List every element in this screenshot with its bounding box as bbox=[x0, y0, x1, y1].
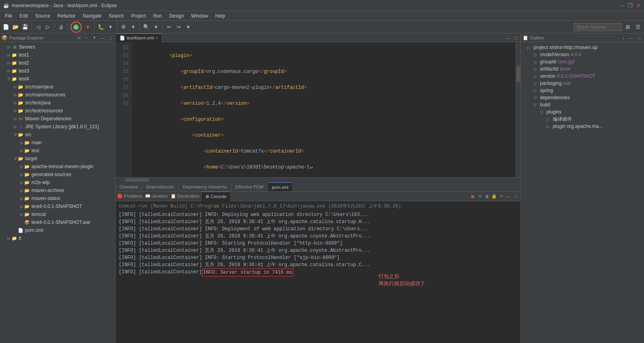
tree-item-tomcat[interactable]: ▷ 📂 tomcat bbox=[0, 210, 115, 218]
outline-item-artifactId[interactable]: ◇ artifactId test4 bbox=[521, 65, 644, 73]
outline-item-packaging[interactable]: ◇ packaging war bbox=[521, 80, 644, 87]
toggle-tt[interactable]: ▷ bbox=[6, 236, 11, 241]
toggle-maven-status[interactable]: ▷ bbox=[19, 196, 24, 201]
ext-tools-btn[interactable]: ⚙ bbox=[119, 23, 128, 31]
outline-item-dependencies[interactable]: ▽ dependencies bbox=[521, 94, 644, 101]
tree-item-src[interactable]: ▽ 📂 src bbox=[0, 131, 115, 139]
outline-item-compiler[interactable]: ▷ 编译插件 bbox=[521, 116, 644, 123]
outline-sort-btn[interactable]: ↕ bbox=[620, 35, 626, 41]
toggle-jre[interactable]: ▷ bbox=[13, 124, 18, 129]
toggle-src[interactable]: ▽ bbox=[13, 132, 18, 137]
open-perspective-btn[interactable]: ⊞ bbox=[623, 23, 632, 31]
editor-tab-close[interactable]: × bbox=[155, 36, 158, 40]
outline-item-groupId[interactable]: ◇ groupId com.gyf bbox=[521, 58, 644, 65]
tree-item-jre[interactable]: ▷ J JRE System Library [jdk1.8.0_131] bbox=[0, 123, 115, 131]
open-btn[interactable]: 📂 bbox=[11, 23, 20, 31]
menu-project[interactable]: Project bbox=[128, 12, 149, 20]
forward-btn[interactable]: ↪ bbox=[174, 23, 183, 31]
outline-min-btn[interactable]: — bbox=[628, 35, 634, 41]
tree-item-src-test-java[interactable]: ▷ 📂 src/test/java bbox=[0, 99, 115, 107]
ext-tools-dropdown-btn[interactable]: ▾ bbox=[129, 23, 137, 31]
terminate-btn[interactable]: ■ bbox=[469, 193, 476, 200]
tree-item-src-main-resources[interactable]: ▷ 📂 src/main/resources bbox=[0, 91, 115, 99]
tree-item-test[interactable]: ▷ 📂 test bbox=[0, 147, 115, 155]
toggle-src-main-resources[interactable]: ▷ bbox=[13, 92, 18, 97]
history-btn[interactable]: ↩ bbox=[165, 23, 173, 31]
outline-item-spring[interactable]: ▷ spring bbox=[521, 87, 644, 94]
debug-btn[interactable]: 🐛 bbox=[96, 23, 105, 31]
menu-refactor[interactable]: Refactor bbox=[54, 12, 79, 20]
toggle-test1[interactable]: ▷ bbox=[6, 53, 11, 57]
print-btn[interactable]: 🖨 bbox=[57, 23, 65, 31]
toggle-apache-tomcat[interactable]: ▷ bbox=[19, 164, 24, 169]
tab-overview[interactable]: Overview bbox=[116, 182, 142, 191]
toggle-src-test-res[interactable]: ▷ bbox=[13, 108, 18, 113]
toggle-m2e[interactable]: ▷ bbox=[19, 180, 24, 185]
console-max-btn[interactable]: □ bbox=[512, 193, 519, 200]
toggle-test4-snapshot[interactable]: ▷ bbox=[19, 204, 24, 209]
console-min-btn[interactable]: — bbox=[505, 193, 512, 200]
quick-access-input[interactable] bbox=[574, 23, 622, 31]
menu-search[interactable]: Search bbox=[106, 12, 127, 20]
tree-item-main[interactable]: ▷ 📂 main bbox=[0, 139, 115, 147]
toggle-gen-sources[interactable]: ▷ bbox=[19, 172, 24, 177]
tab-pom-xml[interactable]: pom.xml bbox=[268, 182, 293, 191]
tree-item-test2[interactable]: ▷ 📁 test2 bbox=[0, 59, 115, 67]
menu-help[interactable]: Help bbox=[212, 12, 228, 20]
editor-tab-pom[interactable]: 📄 test4/pom.xml × bbox=[116, 33, 162, 42]
outline-item-plugins[interactable]: ▽ plugins bbox=[521, 108, 644, 116]
outline-item-plugin-apache[interactable]: ▷ plugin org.apache.ma... bbox=[521, 123, 644, 130]
toggle-maven-archiver[interactable]: ▷ bbox=[19, 188, 24, 193]
tree-item-test1[interactable]: ▷ 📁 test1 bbox=[0, 51, 115, 59]
menu-run[interactable]: Run bbox=[150, 12, 165, 20]
tree-item-m2e-wtp[interactable]: ▷ 📂 m2e-wtp bbox=[0, 178, 115, 186]
new-btn[interactable]: 📄 bbox=[2, 23, 10, 31]
code-content[interactable]: <plugin> <groupId>org.codehaus.cargo</gr… bbox=[132, 42, 516, 177]
editor-scrollbar-thumb[interactable] bbox=[516, 66, 520, 82]
console-tab-problems[interactable]: 🔴 Problems bbox=[117, 194, 143, 199]
nav-dropdown-btn[interactable]: ▾ bbox=[184, 23, 192, 31]
tab-dependencies[interactable]: Dependencies bbox=[142, 182, 179, 191]
max-panel-btn[interactable]: □ bbox=[107, 35, 114, 41]
menu-edit[interactable]: Edit bbox=[16, 12, 31, 20]
debug-dropdown-btn[interactable]: ▾ bbox=[106, 23, 115, 31]
tree-item-test3[interactable]: ▷ 📁 test3 bbox=[0, 67, 115, 75]
editor-max-btn[interactable]: □ bbox=[512, 35, 519, 41]
outline-item-version[interactable]: ◇ version 0.0.1-SNAPSHOT bbox=[521, 73, 644, 80]
tree-item-generated-sources[interactable]: ▷ 📂 generated-sources bbox=[0, 171, 115, 178]
toggle-main[interactable]: ▷ bbox=[19, 140, 24, 145]
toggle-maven-deps[interactable]: ▷ bbox=[13, 116, 18, 121]
tree-item-target[interactable]: ▽ 📂 target bbox=[0, 155, 115, 163]
console-tab-console-active[interactable]: 🖥 Console bbox=[202, 192, 230, 201]
toggle-src-main-java[interactable]: ▷ bbox=[13, 84, 18, 89]
menu-design[interactable]: Design bbox=[166, 12, 187, 20]
close-btn[interactable]: ✕ bbox=[636, 2, 641, 9]
min-panel-btn[interactable]: — bbox=[99, 35, 106, 41]
outline-item-project[interactable]: ▷ project xmlns=http://maven.ap bbox=[521, 44, 644, 51]
prev-edit-btn[interactable]: ◁ bbox=[34, 23, 43, 31]
outline-max-btn[interactable]: □ bbox=[636, 35, 642, 41]
run-inner-btn[interactable]: ▶ bbox=[73, 24, 79, 30]
tab-dep-hierarchy[interactable]: Dependency Hierarchy bbox=[179, 182, 232, 191]
editor-hscroll-thumb[interactable] bbox=[125, 178, 149, 182]
clear-console-btn[interactable]: 🗑 bbox=[484, 193, 490, 200]
tree-item-test4-snapshot[interactable]: ▷ 📂 test4-0.0.1-SNAPSHOT bbox=[0, 202, 115, 210]
tree-item-maven-archiver[interactable]: ▷ 📂 maven-archiver bbox=[0, 186, 115, 194]
remove-launch-btn[interactable]: ✕ bbox=[477, 193, 483, 200]
menu-source[interactable]: Source bbox=[32, 12, 53, 20]
editor-hscroll[interactable] bbox=[116, 177, 520, 182]
tree-item-src-test-resources[interactable]: ▷ 📂 src/test/resources bbox=[0, 107, 115, 115]
console-tab-declaration[interactable]: 📋 Declaration bbox=[171, 194, 200, 199]
toggle-test2[interactable]: ▷ bbox=[6, 61, 11, 65]
editor-min-btn[interactable]: — bbox=[505, 35, 512, 41]
console-tab-javadoc[interactable]: 📖 Javadoc bbox=[145, 194, 168, 199]
tree-item-maven-deps[interactable]: ▷ M Maven Dependencies bbox=[0, 115, 115, 123]
save-btn[interactable]: 💾 bbox=[21, 23, 29, 31]
run-dropdown-btn[interactable]: ▾ bbox=[83, 23, 92, 31]
tree-item-apache-tomcat[interactable]: ▷ 📂 apache-tomcat-maven-plugin bbox=[0, 163, 115, 171]
next-edit-btn[interactable]: ▷ bbox=[43, 23, 52, 31]
view-menu-btn[interactable]: ▾ bbox=[91, 35, 98, 41]
search-btn[interactable]: 🔍 bbox=[142, 23, 151, 31]
outline-item-modelVersion[interactable]: ◇ modelVersion 4.0.0 bbox=[521, 51, 644, 58]
tree-item-tt[interactable]: ▷ 📁 tt bbox=[0, 234, 115, 242]
